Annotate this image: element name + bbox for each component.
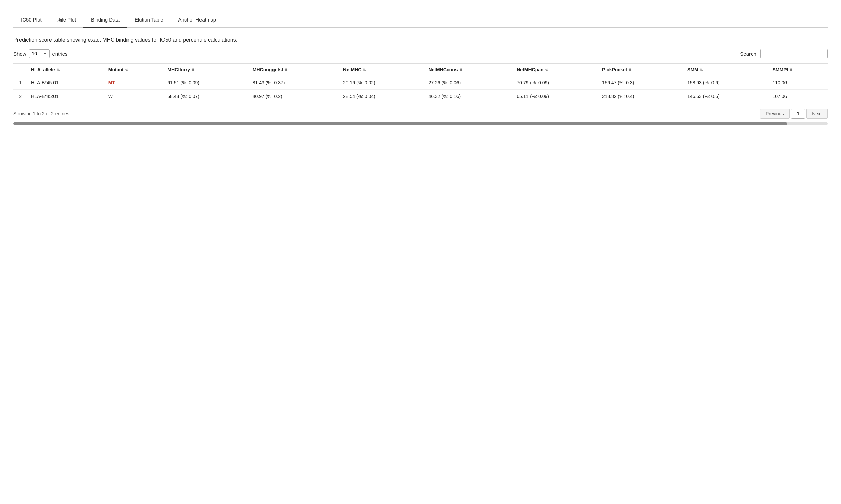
cell-mhcnuggetsI: 40.97 (%: 0.2): [248, 90, 339, 104]
table-description: Prediction score table showing exact MHC…: [14, 37, 827, 43]
col-header-mhcflurry[interactable]: MHCflurry ⇅: [163, 64, 248, 76]
cell-smm: 158.93 (%: 0.6): [683, 76, 768, 90]
col-header-pickpocket[interactable]: PickPocket ⇅: [598, 64, 683, 76]
tab-pctile-plot[interactable]: %ile Plot: [49, 14, 83, 28]
previous-button[interactable]: Previous: [760, 109, 790, 119]
col-header-mutant[interactable]: Mutant ⇅: [104, 64, 163, 76]
cell-pickpocket: 218.82 (%: 0.4): [598, 90, 683, 104]
showing-text: Showing 1 to 2 of 2 entries: [14, 111, 69, 116]
cell-row-num: 1: [14, 76, 27, 90]
cell-netmhc: 28.54 (%: 0.04): [339, 90, 424, 104]
col-header-smm[interactable]: SMM ⇅: [683, 64, 768, 76]
sort-icon-netmhccons: ⇅: [459, 68, 462, 72]
cell-netmhc: 20.16 (%: 0.02): [339, 76, 424, 90]
cell-hla-allele: HLA-B*45:01: [27, 90, 104, 104]
col-header-row-num[interactable]: [14, 64, 27, 76]
binding-data-table: HLA_allele ⇅Mutant ⇅MHCflurry ⇅MHCnugget…: [14, 64, 827, 103]
table-row: 2HLA-B*45:01WT58.48 (%: 0.07)40.97 (%: 0…: [14, 90, 827, 104]
tab-anchor-heatmap[interactable]: Anchor Heatmap: [171, 14, 224, 28]
table-body: 1HLA-B*45:01MT61.51 (%: 0.09)81.43 (%: 0…: [14, 76, 827, 104]
next-button[interactable]: Next: [806, 109, 827, 119]
col-header-netmhc[interactable]: NetMHC ⇅: [339, 64, 424, 76]
sort-icon-pickpocket: ⇅: [629, 68, 631, 72]
table-row: 1HLA-B*45:01MT61.51 (%: 0.09)81.43 (%: 0…: [14, 76, 827, 90]
cell-hla-allele: HLA-B*45:01: [27, 76, 104, 90]
pagination-row: Showing 1 to 2 of 2 entries Previous 1 N…: [14, 109, 827, 119]
cell-mutant: MT: [104, 76, 163, 90]
entries-label: entries: [52, 51, 68, 57]
tab-bar: IC50 Plot%ile PlotBinding DataElution Ta…: [14, 14, 827, 28]
entries-select[interactable]: 102550100: [29, 49, 50, 58]
sort-icon-mhcnuggetsI: ⇅: [284, 68, 287, 72]
search-control: Search:: [740, 49, 827, 58]
page-1-button[interactable]: 1: [791, 109, 805, 119]
col-header-hla-allele[interactable]: HLA_allele ⇅: [27, 64, 104, 76]
cell-mhcflurry: 58.48 (%: 0.07): [163, 90, 248, 104]
sort-icon-smmpmbec: ⇅: [789, 68, 792, 72]
cell-row-num: 2: [14, 90, 27, 104]
search-label: Search:: [740, 51, 758, 57]
table-wrapper: HLA_allele ⇅Mutant ⇅MHCflurry ⇅MHCnugget…: [14, 63, 827, 103]
cell-mhcnuggetsI: 81.43 (%: 0.37): [248, 76, 339, 90]
tab-elution-table[interactable]: Elution Table: [127, 14, 171, 28]
search-input[interactable]: [760, 49, 827, 58]
show-label: Show: [14, 51, 26, 57]
cell-smmpmbec: 107.06: [769, 90, 827, 104]
sort-icon-hla-allele: ⇅: [56, 68, 59, 72]
table-header: HLA_allele ⇅Mutant ⇅MHCflurry ⇅MHCnugget…: [14, 64, 827, 76]
cell-netmhcpan: 65.11 (%: 0.09): [513, 90, 598, 104]
sort-icon-mhcflurry: ⇅: [191, 68, 194, 72]
cell-pickpocket: 156.47 (%: 0.3): [598, 76, 683, 90]
cell-netmhcpan: 70.79 (%: 0.09): [513, 76, 598, 90]
show-entries-control: Show 102550100 entries: [14, 49, 68, 58]
horizontal-scrollbar-thumb: [14, 122, 787, 125]
controls-row: Show 102550100 entries Search:: [14, 49, 827, 58]
cell-netmhccons: 46.32 (%: 0.16): [424, 90, 513, 104]
col-header-netmhcpan[interactable]: NetMHCpan ⇅: [513, 64, 598, 76]
tab-ic50-plot[interactable]: IC50 Plot: [14, 14, 49, 28]
cell-smmpmbec: 110.06: [769, 76, 827, 90]
pagination-controls: Previous 1 Next: [760, 109, 827, 119]
cell-smm: 146.63 (%: 0.6): [683, 90, 768, 104]
col-header-netmhccons[interactable]: NetMHCcons ⇅: [424, 64, 513, 76]
sort-icon-mutant: ⇅: [125, 68, 128, 72]
col-header-smmpmbec[interactable]: SMMPI ⇅: [769, 64, 827, 76]
sort-icon-netmhcpan: ⇅: [545, 68, 548, 72]
cell-mutant: WT: [104, 90, 163, 104]
cell-netmhccons: 27.26 (%: 0.06): [424, 76, 513, 90]
header-row: HLA_allele ⇅Mutant ⇅MHCflurry ⇅MHCnugget…: [14, 64, 827, 76]
sort-icon-netmhc: ⇅: [363, 68, 366, 72]
col-header-mhcnuggetsI[interactable]: MHCnuggetsI ⇅: [248, 64, 339, 76]
tab-binding-data[interactable]: Binding Data: [83, 14, 127, 28]
sort-icon-smm: ⇅: [700, 68, 703, 72]
horizontal-scrollbar-track[interactable]: [14, 122, 827, 125]
cell-mhcflurry: 61.51 (%: 0.09): [163, 76, 248, 90]
